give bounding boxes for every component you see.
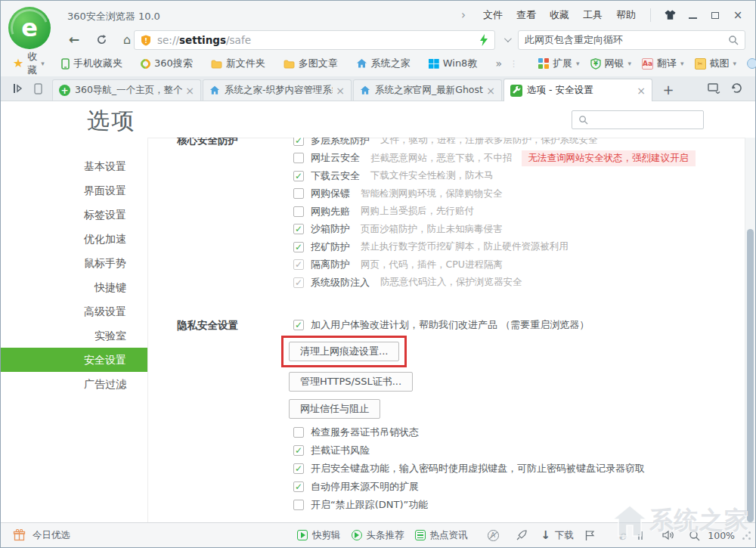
sidebar-item-interface[interactable]: 界面设置 — [1, 178, 147, 203]
menu-help[interactable]: 帮助 — [616, 8, 636, 22]
sidebar-item-optimize[interactable]: 优化加速 — [1, 227, 147, 251]
url-field[interactable]: ! se://settings/safe — [134, 30, 495, 50]
menu-tools[interactable]: 工具 — [583, 8, 603, 22]
setting-row-isolation[interactable]: ✓ 隔离防护 网页，代码，插件，CPU进程隔离 — [293, 256, 745, 274]
tab-close-icon[interactable]: × — [336, 85, 345, 97]
hot-news-button[interactable]: 热点资讯 — [415, 529, 468, 542]
setting-row-url-cloud[interactable]: ✓ 网址云安全 拦截恶意网站，恶意下载，不中招 无法查询网站安全状态，强烈建议开… — [293, 150, 745, 168]
extensions-button[interactable]: 扩展 ▾ — [538, 57, 580, 70]
bookmark-new-folder[interactable]: 新文件夹 — [211, 57, 265, 70]
bookmark-360-search[interactable]: 360搜索 — [141, 57, 193, 70]
setting-row-mining-protect[interactable]: ✓ 挖矿防护 禁止执行数字货币挖矿脚本，防止硬件资源被利用 — [293, 238, 745, 256]
mobile-view-icon[interactable] — [28, 79, 48, 98]
sidebar-item-shortcut[interactable]: 快捷键 — [1, 275, 147, 299]
setting-row-sandbox[interactable]: ✓ 沙箱防护 页面沙箱防护，防止未知病毒侵害 — [293, 221, 745, 239]
checkbox[interactable]: ✓ — [293, 481, 304, 492]
setting-row-download-cloud[interactable]: ✓ 下载云安全 下载文件安全性检测，防木马 — [293, 167, 745, 185]
scrollbar-track[interactable] — [745, 138, 755, 524]
checkbox[interactable]: ✓ — [293, 320, 304, 330]
tab-close-icon[interactable]: × — [185, 85, 194, 97]
tab-close-icon[interactable]: × — [637, 85, 646, 97]
tab-360-nav[interactable]: + 360导航_一个主页，整个世 × — [52, 79, 201, 101]
tab-xitongzhijia-official[interactable]: 系统之家官网_最新Ghost X × — [353, 79, 502, 101]
setting-row-disable-unknown-ext[interactable]: ✓ 自动停用来源不明的扩展 — [293, 478, 745, 496]
sidebar-item-lab[interactable]: 实验室 — [1, 324, 147, 348]
browser-logo-icon[interactable]: e — [8, 7, 51, 49]
setting-row-cert-risk[interactable]: ✓ 拦截证书风险 — [293, 441, 745, 460]
settings-search-input[interactable] — [572, 110, 704, 129]
reopen-closed-tab-icon[interactable] — [725, 79, 748, 98]
speaker-icon[interactable] — [662, 530, 675, 540]
menu-expander-icon[interactable]: › — [461, 8, 466, 22]
bookmarks-overflow-button[interactable]: » — [495, 57, 502, 70]
checkbox[interactable]: ✓ — [293, 224, 304, 234]
screenshot-button[interactable]: ✂ 截图 ▾ — [695, 57, 737, 70]
today-picks-button[interactable]: 今日优选 — [13, 523, 70, 547]
checkbox[interactable]: ✓ — [293, 153, 304, 163]
setting-row-safe-keyboard[interactable]: ✓ 开启安全键盘功能，输入密码时使用虚拟键盘，可防止密码被键盘记录器窃取 — [293, 460, 745, 478]
checkbox[interactable]: ✓ — [293, 171, 304, 181]
speed-lightning-icon[interactable] — [479, 34, 488, 46]
menu-favorites[interactable]: 收藏 — [550, 8, 569, 22]
tab-close-icon[interactable]: × — [486, 85, 495, 97]
sidebar-toggle-icon[interactable] — [8, 79, 28, 98]
netbank-button[interactable]: ¥ 网银 ▾ — [590, 57, 632, 70]
favorites-menu[interactable]: ★ 收藏 ▾ — [13, 50, 45, 77]
ad-filter-icon[interactable]: A — [488, 530, 499, 541]
new-tab-button[interactable]: + — [657, 79, 680, 99]
back-button[interactable]: ← — [63, 29, 85, 49]
setting-row-shopping-guard[interactable]: ✓ 网购保镖 智能检测网购环境，保障购物安全 — [293, 185, 745, 203]
login-manager-button[interactable]: 登录管家 — [747, 57, 756, 70]
menu-file[interactable]: 文件 — [483, 8, 503, 22]
tab-xitongzhijia-cms[interactable]: 系统之家-织梦内容管理系统 × — [203, 79, 352, 101]
resize-grip[interactable] — [742, 531, 751, 540]
checkbox[interactable]: ✓ — [293, 445, 304, 456]
traffic-bars-icon[interactable] — [638, 531, 643, 540]
sidebar-item-tabs[interactable]: 标签设置 — [1, 203, 147, 227]
close-button[interactable]: × — [727, 6, 749, 24]
manage-certificates-button[interactable]: 管理HTTPS/SSL证书... — [289, 372, 413, 392]
checkbox[interactable]: ✓ — [293, 188, 304, 199]
setting-row-anti-injection[interactable]: ✓ 系统级防注入 防恶意代码注入，保护浏览器安全 — [293, 274, 745, 292]
checkbox[interactable]: ✓ — [293, 463, 304, 474]
checkbox[interactable]: ✓ — [293, 138, 304, 146]
setting-row-ux-program[interactable]: ✓ 加入用户体验改进计划，帮助我们改进产品 （需要重启浏览器） — [293, 317, 745, 333]
download-button[interactable]: ↓ 下载 — [541, 528, 575, 542]
flag-report-icon[interactable] — [584, 530, 596, 541]
checkbox[interactable]: ✓ — [293, 500, 304, 510]
bookmark-win8[interactable]: Win8教 — [429, 57, 478, 70]
setting-row-cert-revocation[interactable]: ✓ 检查服务器证书吊销状态 — [293, 423, 745, 441]
sidebar-item-security[interactable]: 安全设置 — [1, 348, 147, 372]
refresh-button[interactable] — [90, 29, 113, 49]
quick-cut-button[interactable]: 快剪辑 — [297, 529, 341, 542]
sidebar-item-advanced[interactable]: 高级设置 — [1, 299, 147, 324]
tab-list-icon[interactable] — [702, 79, 725, 98]
minimize-button[interactable] — [681, 6, 704, 24]
bookmark-mobile-favorites[interactable]: 手机收藏夹 — [61, 57, 122, 70]
zoom-level[interactable]: 100% — [708, 530, 735, 541]
ie-compat-icon[interactable]: e — [618, 528, 626, 543]
sidebar-item-mouse-gesture[interactable]: 鼠标手势 — [1, 251, 147, 275]
bookmark-multi-image[interactable]: 多图文章 — [284, 57, 338, 70]
zoom-search-icon[interactable] — [689, 530, 700, 541]
scrollbar-thumb[interactable] — [747, 229, 754, 522]
sidebar-item-basic[interactable]: 基本设置 — [1, 154, 147, 178]
bookmark-xitongzhijia[interactable]: 系统之家 — [356, 57, 411, 70]
checkbox[interactable]: ✓ — [293, 242, 304, 252]
search-icon[interactable] — [728, 35, 739, 45]
browser-search-field[interactable]: 此网页包含重定向循环 — [518, 30, 745, 50]
maximize-button[interactable] — [704, 6, 727, 24]
url-dropdown-caret[interactable] — [500, 33, 513, 46]
setting-row-dnt[interactable]: ✓ 开启“禁止跟踪(DNT)”功能 — [293, 496, 745, 514]
skin-icon[interactable] — [658, 6, 681, 24]
setting-row-multilayer[interactable]: ✓ 多层系统防护 文件，驱动，进程，注册表多层防护，保护系统安全 — [293, 138, 745, 150]
setting-row-shopping-compensate[interactable]: ✓ 网购先赔 网购上当受损后，先行赔付 — [293, 203, 745, 221]
toutiao-button[interactable]: 头条推荐 — [352, 529, 404, 542]
url-trust-block-button[interactable]: 网址信任与阻止 — [289, 399, 380, 419]
translate-button[interactable]: Aa 翻译 ▾ — [642, 57, 684, 70]
checkbox[interactable]: ✓ — [293, 427, 304, 438]
sidebar-item-ad-filter[interactable]: 广告过滤 — [1, 372, 147, 396]
menu-view[interactable]: 查看 — [516, 8, 536, 22]
clear-traces-button[interactable]: 清理上网痕迹设置... — [289, 342, 399, 361]
tab-options-security[interactable]: 选项 - 安全设置 × — [503, 79, 652, 101]
